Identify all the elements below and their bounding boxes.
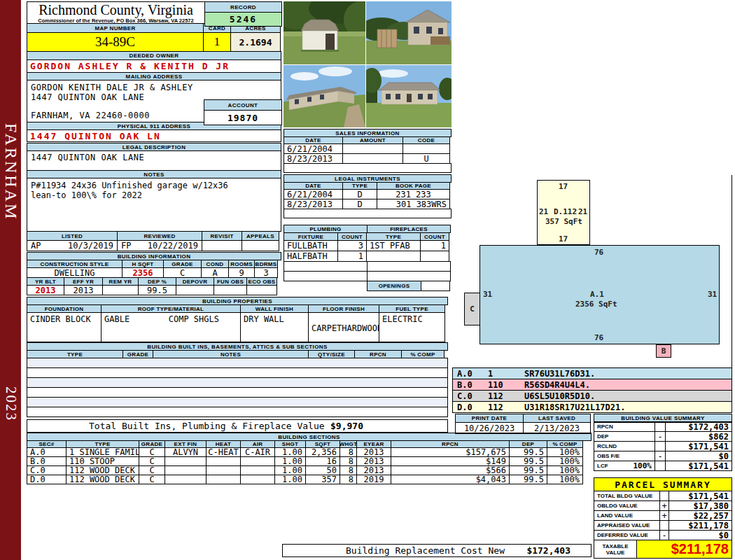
cell (206, 475, 241, 484)
built-ins-total-row: Total Built Ins, Plumbing & Fireplace Va… (27, 419, 448, 433)
code-trace: U31R18SR17U21L17D21. (524, 402, 626, 412)
sketch-code-row: C.0 112 U6SL5U10R5D10. (452, 390, 732, 402)
parcel-summary: PARCEL SUMMARY TOTAL BLDG VALUE $171,541… (594, 477, 732, 559)
cell: A.0 (27, 447, 66, 457)
sales-row: 8/23/2013 U (284, 153, 451, 164)
rooms-value: 9 (228, 267, 255, 278)
cell: $4,043 (391, 475, 510, 484)
cell: C (139, 475, 165, 484)
sales-row-empty (284, 163, 451, 173)
cell: 1 SINGLE FAMILY (66, 447, 139, 457)
cell: ALVYN (164, 447, 206, 457)
district-name: FARNHAM (1, 123, 20, 220)
cell: 2019 (356, 475, 391, 484)
openings-row: OPENINGS (284, 281, 451, 291)
cell: 8 (340, 475, 357, 484)
cell: 8 (340, 465, 357, 475)
cell: C (139, 447, 165, 457)
bdrms-value: 3 (254, 267, 278, 278)
cell: $566 (391, 465, 510, 475)
sketch-code-row: D.0 112 U31R18SR17U21L17D21. (452, 401, 732, 413)
listed-date: 10/3/2019 (68, 241, 113, 251)
fixture-count: 3 (337, 240, 367, 251)
last-saved-value: 2/13/2023 (523, 422, 591, 434)
remyr-value (102, 285, 139, 295)
sketch-region-a-label: A.1 (590, 290, 604, 299)
bvs-value: $171,541 (665, 441, 732, 451)
replacement-cost-label: Building Replacement Cost New (346, 545, 505, 556)
cell (342, 144, 403, 154)
built-ins-total-value: $9,970 (330, 421, 363, 431)
sketch-region-b: B (656, 344, 671, 358)
ps-value: $17,380 (668, 500, 732, 511)
building-section-row-d: D.0 112 WOOD DECK C 1.00 357 8 2019 $4,0… (27, 475, 592, 484)
cell (206, 465, 241, 475)
fixture-value: HALFBATH (284, 251, 338, 262)
plumbing-fireplaces-row: HALFBATH 1 (284, 251, 451, 262)
cell: 6/21/2004 (284, 189, 343, 200)
roof-material-value: COMP SHGLS (169, 314, 219, 324)
cell: B.0 (27, 456, 66, 466)
photo-shed (284, 1, 365, 64)
ps-value: $211,178 (668, 520, 732, 531)
cell: 1.00 (274, 465, 306, 475)
cell: 99.5 (509, 475, 547, 484)
cell: 2013 (356, 456, 391, 466)
ps-label: DEFERRED VALUE (594, 530, 660, 540)
dim-label: 17 (559, 182, 568, 191)
cell: 100% (547, 475, 583, 484)
fireplace-type: 1ST PFAB (366, 240, 421, 251)
ps-op: + (659, 500, 669, 511)
built-ins-empty-rows (27, 358, 448, 417)
bvs-label: RPCN (594, 421, 655, 432)
cell: 1.00 (274, 447, 306, 457)
parcel-summary-header: PARCEL SUMMARY (594, 477, 732, 491)
fireplace-count: 1 (420, 240, 449, 251)
built-ins-total-label: Total Built Ins, Plumbing & Fireplace Va… (89, 421, 325, 431)
bvs-value: $862 (665, 431, 732, 442)
built-ins-empty-row (27, 387, 448, 398)
cell (240, 475, 275, 484)
notes-block: P#11934 24x36 Unfinished garage w/12x36 … (27, 178, 281, 232)
cell (240, 465, 275, 475)
bvs-label: OBS F/E (594, 451, 655, 461)
ps-op (659, 491, 669, 501)
cell: C (139, 456, 165, 466)
bvs-label: DEP (594, 431, 655, 442)
notes-line-2: lean-to 100\% for 2022 (31, 190, 142, 200)
code-num: 112 (488, 402, 524, 412)
cell: 2013 (356, 465, 391, 475)
cell: C.0 (27, 465, 66, 475)
cell: C-HEAT (206, 447, 241, 457)
sketch-region-a-sqft: 2356 SqFt (575, 300, 617, 309)
yrblt-value: 2013 (27, 285, 64, 295)
replacement-cost-row: Building Replacement Cost New $172,403 (282, 544, 592, 557)
ps-value: $171,541 (668, 491, 732, 501)
cell (164, 456, 206, 466)
openings-count (421, 281, 450, 291)
bvs-label: RCLND (594, 441, 655, 451)
plumbing-fireplaces-row: FULLBATH 3 1ST PFAB 1 (284, 240, 451, 251)
record-value: 5246 (204, 12, 282, 27)
taxable-value-label: TAXABLE VALUE (594, 540, 637, 559)
ps-label: LAND VALUE (594, 510, 660, 521)
bvs-label: LCF (597, 463, 608, 469)
sketch-region-c-label: C (470, 304, 475, 314)
ps-label: TOTAL BLDG VALUE (594, 491, 660, 501)
building-info-row1-values: DWELLING 2356 C A 9 3 (27, 267, 281, 278)
visits-header-row: LISTED REVIEWED REVISIT APPEALS (27, 231, 281, 241)
cell: 1.00 (274, 475, 306, 484)
built-ins-empty-row (27, 407, 448, 417)
cell: 112 WOOD DECK (66, 465, 139, 475)
listed-label: LISTED (27, 231, 118, 241)
cell: 8/23/2013 (284, 199, 343, 209)
cell: D (342, 189, 377, 200)
code-sec: B.0 (453, 380, 488, 390)
deeded-owner: GORDON ASHLEY R & KENITH D JR (27, 59, 281, 73)
bvs-op (654, 461, 666, 471)
photo-house-rear (366, 1, 451, 64)
building-properties-values: CINDER BLOCK GABLE COMP SHGLS DRY WALL C… (27, 312, 448, 342)
ps-op: + (659, 510, 669, 521)
notes-line-1: P#11934 24x36 Unfinished garage w/12x36 (31, 181, 228, 190)
sketch-code-row: A.0 1 SR76U31L76D31. (452, 368, 732, 379)
